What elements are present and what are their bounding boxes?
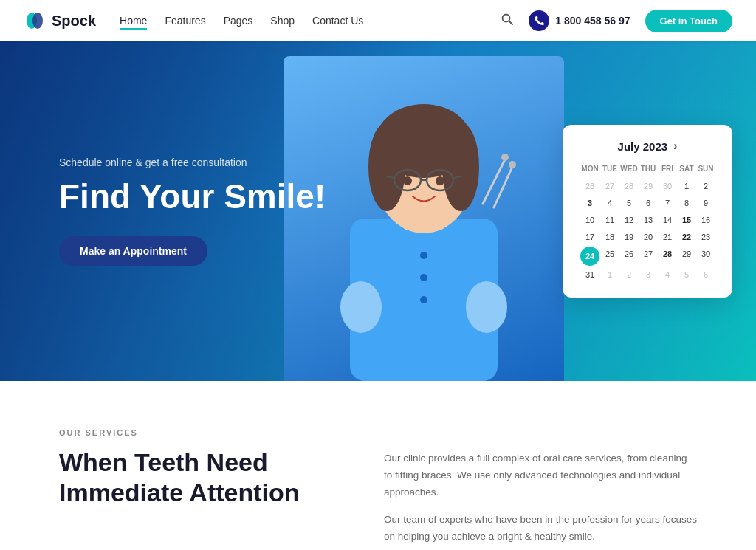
- calendar-day-header: THU: [639, 163, 657, 177]
- nav-link-features[interactable]: Features: [165, 15, 205, 27]
- get-in-touch-button[interactable]: Get in Touch: [645, 10, 732, 32]
- calendar-day[interactable]: 7: [659, 196, 676, 211]
- calendar-day-header: SUN: [697, 163, 715, 177]
- calendar-day[interactable]: 14: [659, 213, 676, 228]
- calendar-day: 4: [659, 267, 676, 283]
- phone-icon: [529, 10, 549, 31]
- calendar-day: 26: [580, 179, 599, 194]
- calendar-month: July 2023: [618, 140, 668, 153]
- calendar-day-header: WED: [620, 163, 638, 177]
- calendar-day[interactable]: 26: [620, 247, 638, 266]
- svg-line-19: [494, 167, 512, 207]
- calendar-day[interactable]: 13: [639, 213, 657, 228]
- calendar-day-header: SAT: [678, 163, 695, 177]
- nav-link-home[interactable]: Home: [120, 15, 147, 30]
- appointment-button[interactable]: Make an Appointment: [59, 236, 207, 266]
- svg-point-25: [420, 296, 427, 303]
- calendar-day[interactable]: 10: [580, 213, 599, 228]
- calendar-day[interactable]: 1: [678, 179, 695, 194]
- hero-title: Find Your Smile!: [59, 177, 326, 216]
- dentist-illustration: [306, 71, 542, 381]
- calendar-day[interactable]: 24: [580, 247, 599, 266]
- calendar-day[interactable]: 23: [697, 230, 715, 245]
- nav-links: Home Features Pages Shop Contact Us: [120, 14, 363, 27]
- calendar-day[interactable]: 29: [678, 247, 695, 266]
- calendar-day[interactable]: 30: [697, 247, 715, 266]
- calendar-day[interactable]: 31: [580, 267, 599, 283]
- calendar-header: July 2023 ›: [580, 140, 715, 153]
- calendar-day: 30: [659, 179, 676, 194]
- nav-link-shop[interactable]: Shop: [270, 15, 295, 27]
- nav-link-contact[interactable]: Contact Us: [312, 15, 363, 27]
- svg-point-24: [420, 274, 427, 281]
- nav-item-features[interactable]: Features: [165, 14, 205, 27]
- calendar-day[interactable]: 3: [580, 196, 599, 211]
- calendar-day[interactable]: 6: [639, 196, 657, 211]
- nav-item-home[interactable]: Home: [120, 14, 147, 27]
- search-icon[interactable]: [501, 13, 514, 29]
- calendar-card: July 2023 › MONTUEWEDTHUFRISATSUN2627282…: [563, 125, 732, 298]
- svg-line-3: [509, 21, 513, 25]
- brand-logo[interactable]: Spock: [24, 10, 96, 32]
- logo-icon: [24, 10, 46, 32]
- svg-point-18: [501, 154, 509, 161]
- svg-point-20: [509, 161, 516, 168]
- services-desc1: Our clinic provides a full complex of or…: [384, 450, 697, 501]
- svg-point-23: [420, 252, 427, 259]
- services-desc2: Our team of experts who have been in the…: [384, 512, 697, 546]
- calendar-day[interactable]: 2: [697, 179, 715, 194]
- calendar-day: 1: [601, 267, 619, 283]
- svg-point-16: [436, 176, 444, 185]
- calendar-day-header: FRI: [659, 163, 676, 177]
- calendar-day[interactable]: 27: [639, 247, 657, 266]
- hero-content: Schedule online & get a free consultatio…: [0, 157, 326, 267]
- calendar-day: 2: [620, 267, 638, 283]
- calendar-day: 28: [620, 179, 638, 194]
- calendar-next-button[interactable]: ›: [673, 140, 677, 153]
- svg-point-9: [442, 123, 479, 211]
- calendar-day[interactable]: 22: [678, 230, 695, 245]
- svg-point-15: [403, 176, 412, 185]
- services-title: When Teeth Need Immediate Attention: [59, 447, 340, 508]
- calendar-day: 27: [601, 179, 619, 194]
- hero-section: Schedule online & get a free consultatio…: [0, 41, 756, 381]
- svg-point-1: [32, 13, 43, 29]
- phone-display: 1 800 458 56 97: [529, 10, 630, 31]
- hero-subtitle: Schedule online & get a free consultatio…: [59, 157, 326, 168]
- calendar-day: 3: [639, 267, 657, 283]
- calendar-day[interactable]: 4: [601, 196, 619, 211]
- calendar-day[interactable]: 20: [639, 230, 657, 245]
- svg-line-17: [483, 159, 505, 204]
- services-right: Our clinic provides a full complex of or…: [384, 447, 697, 550]
- brand-name: Spock: [52, 13, 96, 30]
- nav-item-contact[interactable]: Contact Us: [312, 14, 363, 27]
- calendar-day[interactable]: 18: [601, 230, 619, 245]
- calendar-day[interactable]: 25: [601, 247, 619, 266]
- services-label: OUR SERVICES: [59, 428, 697, 437]
- services-left: When Teeth Need Immediate Attention: [59, 447, 340, 550]
- calendar-day[interactable]: 12: [620, 213, 638, 228]
- calendar-day: 29: [639, 179, 657, 194]
- calendar-day[interactable]: 16: [697, 213, 715, 228]
- svg-point-22: [466, 281, 507, 333]
- nav-item-pages[interactable]: Pages: [224, 14, 253, 27]
- calendar-day[interactable]: 21: [659, 230, 676, 245]
- calendar-day[interactable]: 17: [580, 230, 599, 245]
- calendar-day[interactable]: 11: [601, 213, 619, 228]
- svg-point-21: [340, 281, 382, 333]
- calendar-day[interactable]: 19: [620, 230, 638, 245]
- services-layout: When Teeth Need Immediate Attention Our …: [59, 447, 697, 550]
- nav-link-pages[interactable]: Pages: [224, 15, 253, 27]
- calendar-day-header: TUE: [601, 163, 619, 177]
- calendar-day[interactable]: 5: [620, 196, 638, 211]
- nav-item-shop[interactable]: Shop: [270, 14, 295, 27]
- calendar-day: 6: [697, 267, 715, 283]
- services-section: OUR SERVICES When Teeth Need Immediate A…: [0, 381, 756, 550]
- calendar-day[interactable]: 28: [659, 247, 676, 266]
- calendar-day[interactable]: 8: [678, 196, 695, 211]
- nav-right: 1 800 458 56 97 Get in Touch: [501, 10, 732, 32]
- svg-point-8: [368, 123, 405, 211]
- calendar-day-header: MON: [580, 163, 599, 177]
- calendar-day[interactable]: 15: [678, 213, 695, 228]
- calendar-day[interactable]: 9: [697, 196, 715, 211]
